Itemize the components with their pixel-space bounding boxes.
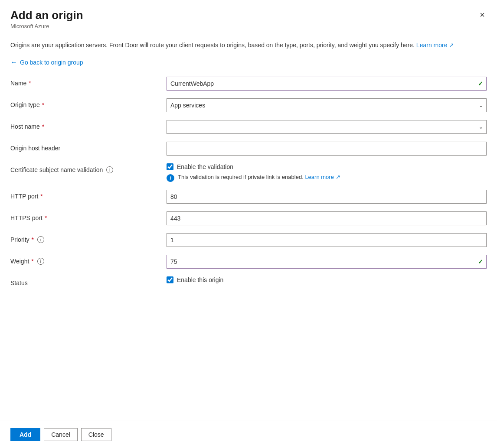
cert-validation-checkbox-row: Enable the validation <box>167 163 487 170</box>
add-button[interactable]: Add <box>10 428 40 441</box>
https-port-input[interactable] <box>167 211 487 225</box>
http-port-input[interactable] <box>167 190 487 204</box>
panel-title: Add an origin <box>10 9 487 22</box>
weight-label: Weight * i <box>10 255 167 265</box>
host-name-select[interactable] <box>167 120 487 134</box>
cert-validation-row: Certificate subject name validation i En… <box>10 163 487 182</box>
priority-label: Priority * i <box>10 233 167 243</box>
external-link-icon: ↗ <box>449 42 454 49</box>
http-port-input-wrap <box>167 190 487 204</box>
cert-validation-info-text: This validation is required if private l… <box>178 174 340 180</box>
http-port-label: HTTP port * <box>10 190 167 200</box>
priority-input-wrap <box>167 233 487 247</box>
origin-type-select-container: App services Storage Cloud service Custo… <box>167 98 487 112</box>
origin-type-label: Origin type * <box>10 98 167 108</box>
weight-required-star: * <box>31 258 33 265</box>
close-button[interactable]: Close <box>81 428 111 441</box>
origin-host-header-input[interactable] <box>167 142 487 156</box>
origin-host-header-row: Origin host header <box>10 142 487 156</box>
status-checkbox-label[interactable]: Enable this origin <box>177 276 223 283</box>
info-circle-icon: i <box>167 174 174 182</box>
http-port-required-star: * <box>40 193 43 200</box>
host-name-row: Host name * ⌄ <box>10 120 487 134</box>
cert-validation-info: i This validation is required if private… <box>167 174 487 182</box>
close-icon-button[interactable]: × <box>476 9 488 21</box>
cert-info-icon[interactable]: i <box>106 166 113 173</box>
description-text: Origins are your application servers. Fr… <box>10 41 487 50</box>
origin-type-required-star: * <box>42 101 44 108</box>
weight-row: Weight * i ✓ <box>10 255 487 269</box>
description-learn-more-link[interactable]: Learn more ↗ <box>416 42 454 49</box>
name-required-star: * <box>29 80 31 87</box>
host-name-select-wrap: ⌄ <box>167 120 487 134</box>
origin-host-header-input-wrap <box>167 142 487 156</box>
cert-validation-checkbox[interactable] <box>167 163 173 170</box>
go-back-link[interactable]: ← Go back to origin group <box>10 58 83 66</box>
https-port-row: HTTPS port * <box>10 211 487 225</box>
cert-validation-checkbox-label[interactable]: Enable the validation <box>177 163 233 170</box>
cert-learn-more-link[interactable]: Learn more ↗ <box>305 174 340 180</box>
name-input-wrap: ✓ <box>167 77 487 91</box>
panel-body: Origins are your application servers. Fr… <box>0 34 497 421</box>
host-name-required-star: * <box>42 123 44 130</box>
https-port-input-wrap <box>167 211 487 225</box>
cert-validation-control-wrap: Enable the validation i This validation … <box>167 163 487 182</box>
priority-input[interactable] <box>167 233 487 247</box>
name-row: Name * ✓ <box>10 77 487 91</box>
status-label: Status <box>10 276 167 286</box>
host-name-label: Host name * <box>10 120 167 130</box>
priority-required-star: * <box>32 236 34 243</box>
host-name-select-container: ⌄ <box>167 120 487 134</box>
weight-info-icon[interactable]: i <box>37 258 44 265</box>
priority-row: Priority * i <box>10 233 487 247</box>
back-arrow-icon: ← <box>10 58 17 66</box>
http-port-row: HTTP port * <box>10 190 487 204</box>
origin-type-select-wrap: App services Storage Cloud service Custo… <box>167 98 487 112</box>
weight-input-wrap: ✓ <box>167 255 487 269</box>
origin-host-header-label: Origin host header <box>10 142 167 152</box>
panel-header: Add an origin Microsoft Azure × <box>0 0 497 34</box>
priority-info-icon[interactable]: i <box>37 236 44 243</box>
add-origin-panel: Add an origin Microsoft Azure × Origins … <box>0 0 497 448</box>
origin-type-row: Origin type * App services Storage Cloud… <box>10 98 487 112</box>
panel-subtitle: Microsoft Azure <box>10 23 487 29</box>
origin-type-select[interactable]: App services Storage Cloud service Custo… <box>167 98 487 112</box>
name-input[interactable] <box>167 77 487 91</box>
weight-input[interactable] <box>167 255 487 269</box>
cancel-button[interactable]: Cancel <box>44 428 78 441</box>
status-row: Status Enable this origin <box>10 276 487 286</box>
status-checkbox[interactable] <box>167 276 173 283</box>
https-port-label: HTTPS port * <box>10 211 167 221</box>
name-label: Name * <box>10 77 167 87</box>
status-checkbox-row: Enable this origin <box>167 276 487 283</box>
https-port-required-star: * <box>45 214 47 221</box>
cert-validation-label: Certificate subject name validation i <box>10 163 167 173</box>
panel-footer: Add Cancel Close <box>0 421 497 448</box>
cert-external-link-icon: ↗ <box>336 174 340 180</box>
status-control-wrap: Enable this origin <box>167 276 487 283</box>
